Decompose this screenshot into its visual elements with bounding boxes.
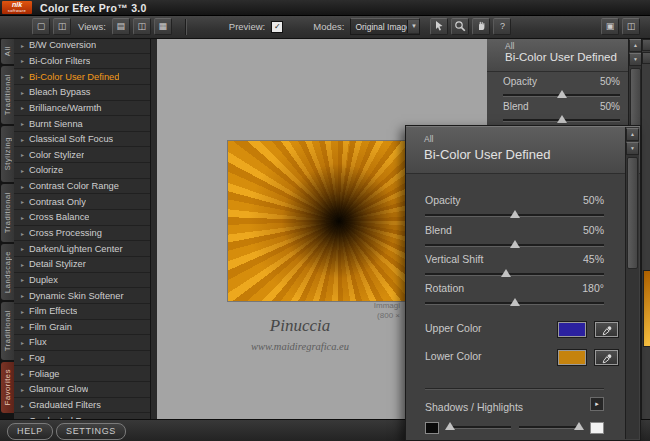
filter-item-foliage[interactable]: ▸Foliage: [14, 366, 150, 382]
shadow-color-chip[interactable]: [425, 422, 439, 434]
slider-thumb[interactable]: [501, 269, 511, 277]
zoom-tool-button[interactable]: [451, 18, 469, 35]
rotation-row: Rotation 180°: [425, 282, 604, 296]
slider-track: [447, 426, 511, 429]
slider-thumb[interactable]: [510, 240, 520, 248]
split-view-icon[interactable]: ◫: [53, 18, 71, 35]
opacity-row: Opacity 50%: [425, 194, 604, 208]
filter-bullet-icon: ▸: [21, 198, 29, 205]
filter-item-bleach-bypass[interactable]: ▸Bleach Bypass: [14, 85, 150, 101]
slider-thumb[interactable]: [557, 90, 567, 98]
slider-thumb[interactable]: [510, 210, 520, 218]
blend-slider[interactable]: [425, 240, 604, 250]
single-view-icon[interactable]: ▢: [32, 18, 50, 35]
filter-item-burnt-sienna[interactable]: ▸Burnt Sienna: [14, 116, 150, 132]
section-divider: [425, 388, 604, 390]
filter-preview-thumbnail[interactable]: [643, 270, 650, 347]
filter-item-cross-balance[interactable]: ▸Cross Balance: [14, 210, 150, 226]
preview-checkbox[interactable]: ✓: [271, 21, 283, 33]
filter-item-film-effects[interactable]: ▸Film Effects: [14, 304, 150, 320]
highlights-slider[interactable]: [519, 422, 583, 434]
modes-dropdown[interactable]: Original Image ▼: [350, 18, 420, 35]
tab-favorites[interactable]: Favorites: [1, 362, 14, 413]
filter-item-dynamic-skin-softener[interactable]: ▸Dynamic Skin Softener: [14, 288, 150, 304]
filter-item-brilliance-warmth[interactable]: ▸Brilliance/Warmth: [14, 101, 150, 117]
filter-item-bi-color-filters[interactable]: ▸Bi-Color Filters: [14, 54, 150, 70]
window-title: Color Efex Pro™ 3.0: [40, 2, 147, 14]
tab-traditional-1[interactable]: Traditional: [1, 66, 14, 124]
rotation-slider[interactable]: [425, 298, 604, 308]
vertical-shift-slider[interactable]: [425, 269, 604, 279]
tab-traditional-3[interactable]: Traditional: [1, 302, 14, 360]
filter-item-contrast-only[interactable]: ▸Contrast Only: [14, 194, 150, 210]
parameters-panel: All Bi-Color User Defined Opacity 50% Bl…: [405, 125, 641, 441]
filter-item-flux[interactable]: ▸Flux: [14, 335, 150, 351]
tab-traditional-2[interactable]: Traditional: [1, 184, 14, 242]
slider-thumb[interactable]: [445, 422, 455, 430]
view-mode-1-icon[interactable]: ▤: [112, 18, 130, 35]
filter-item-glamour-glow[interactable]: ▸Glamour Glow: [14, 382, 150, 398]
color-efex-window: nik software Color Efex Pro™ 3.0 ▢ ◫ Vie…: [0, 0, 650, 441]
scroll-up-icon[interactable]: [642, 39, 650, 51]
upper-color-swatch[interactable]: [558, 322, 586, 337]
view-mode-2-icon[interactable]: ◫: [133, 18, 151, 35]
panel-header[interactable]: All Bi-Color User Defined: [406, 126, 640, 174]
help-button[interactable]: HELP: [7, 423, 53, 440]
filter-item-contrast-color-range[interactable]: ▸Contrast Color Range: [14, 179, 150, 195]
opacity-slider[interactable]: [425, 210, 604, 220]
filter-item-cross-processing[interactable]: ▸Cross Processing: [14, 226, 150, 242]
upper-color-eyedropper-button[interactable]: [595, 322, 618, 337]
lower-color-row: Lower Color: [425, 350, 618, 365]
scroll-up-icon[interactable]: ▲: [626, 128, 639, 141]
filter-item-fog[interactable]: ▸Fog: [14, 351, 150, 367]
scroll-down-icon[interactable]: ▼: [626, 142, 639, 155]
filter-item-film-grain[interactable]: ▸Film Grain: [14, 320, 150, 336]
expand-section-icon[interactable]: ▸: [590, 397, 604, 411]
slider-label: Opacity: [425, 194, 461, 206]
back-opacity-slider[interactable]: [503, 90, 620, 100]
help-icon[interactable]: ?: [493, 18, 511, 35]
filter-item-duplex[interactable]: ▸Duplex: [14, 273, 150, 289]
hand-pan-tool-button[interactable]: [472, 18, 490, 35]
filter-bullet-icon: ▸: [21, 104, 29, 111]
scroll-down-icon[interactable]: [642, 52, 650, 64]
filter-item-color-stylizer[interactable]: ▸Color Stylizer: [14, 147, 150, 163]
slider-thumb[interactable]: [574, 422, 584, 430]
cursor-tool-button[interactable]: [430, 18, 448, 35]
filter-bullet-icon: ▸: [21, 73, 29, 80]
filter-item-classical-soft-focus[interactable]: ▸Classical Soft Focus: [14, 132, 150, 148]
window-edge-panel: [641, 38, 650, 441]
filter-item-graduated-filters[interactable]: ▸Graduated Filters: [14, 398, 150, 414]
filter-item-bw-conversion[interactable]: ▸B/W Conversion: [14, 38, 150, 54]
slider-value: 50%: [583, 194, 604, 206]
settings-button[interactable]: SETTINGS: [56, 423, 126, 440]
filter-item-colorize[interactable]: ▸Colorize: [14, 163, 150, 179]
toolbar-right-icon-2[interactable]: ◫: [622, 18, 640, 35]
panel-scrollbar[interactable]: ▲ ▼: [625, 127, 639, 439]
slider-thumb[interactable]: [510, 298, 520, 306]
toolbar-right-icon-1[interactable]: ▣: [601, 18, 619, 35]
tab-all[interactable]: All: [1, 38, 14, 64]
scrollbar-thumb[interactable]: [627, 157, 638, 269]
filter-bullet-icon: ▸: [21, 370, 29, 377]
filter-item-darken-lighten-center[interactable]: ▸Darken/Lighten Center: [14, 241, 150, 257]
shadows-slider[interactable]: [447, 422, 511, 434]
filter-list: ▸B/W Conversion ▸Bi-Color Filters ▸Bi-Co…: [14, 38, 151, 419]
tab-landscape[interactable]: Landscape: [1, 244, 14, 300]
filter-item-bi-color-user-defined[interactable]: ▸Bi-Color User Defined: [14, 69, 150, 85]
view-mode-3-icon[interactable]: ▦: [154, 18, 172, 35]
slider-thumb[interactable]: [557, 115, 567, 123]
lower-color-swatch[interactable]: [558, 350, 586, 365]
lower-color-eyedropper-button[interactable]: [595, 350, 618, 365]
highlight-color-chip[interactable]: [590, 422, 604, 434]
filter-bullet-icon: ▸: [21, 245, 29, 252]
titlebar: nik software Color Efex Pro™ 3.0: [0, 0, 650, 16]
filter-bullet-icon: ▸: [21, 136, 29, 143]
filter-bullet-icon: ▸: [21, 151, 29, 158]
views-label: Views:: [78, 21, 106, 32]
filter-bullet-icon: ▸: [21, 276, 29, 283]
filter-item-detail-stylizer[interactable]: ▸Detail Stylizer: [14, 257, 150, 273]
tab-stylizing[interactable]: Stylizing: [1, 126, 14, 182]
filter-bullet-icon: ▸: [21, 402, 29, 409]
back-blend-slider[interactable]: [503, 115, 620, 125]
